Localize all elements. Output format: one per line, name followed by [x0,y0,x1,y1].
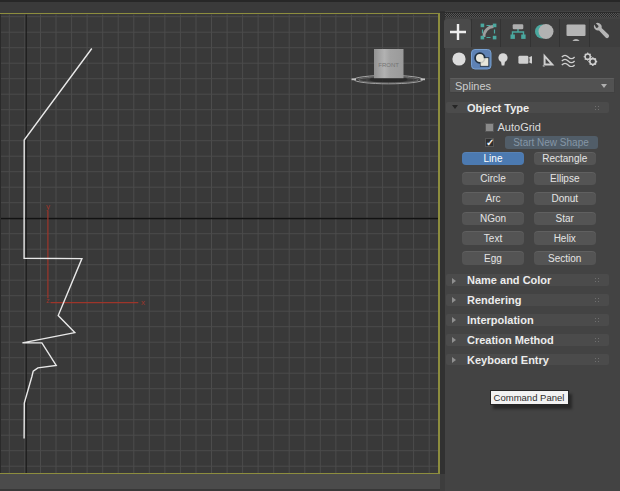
svg-text:FRONT: FRONT [378,62,399,68]
svg-text:z: z [46,297,50,304]
svg-text:y: y [46,202,50,211]
svg-text:x: x [141,298,145,307]
